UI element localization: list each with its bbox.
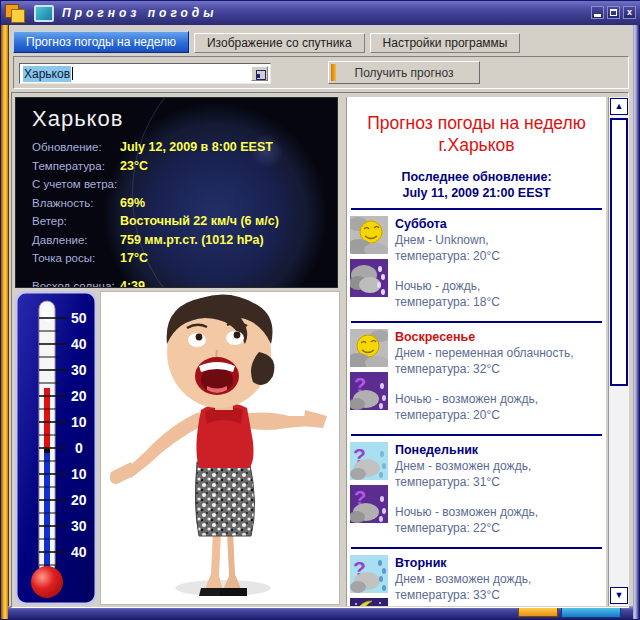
input-drop-button[interactable]: [251, 66, 268, 81]
city-input-value: Харьков: [23, 66, 71, 82]
tab-strip: Прогноз погоды на неделю Изображение со …: [13, 31, 520, 53]
current-conditions-panel: Харьков Обновление:July 12, 2009 в 8:00 …: [15, 97, 338, 288]
tab-satellite-image[interactable]: Изображение со спутника: [194, 33, 365, 53]
svg-text:20: 20: [71, 388, 87, 404]
maximize-button[interactable]: [607, 6, 620, 19]
mascot-image: [101, 292, 339, 604]
svg-text:30: 30: [71, 362, 87, 378]
text-caret: [72, 67, 73, 80]
tab-weekly-forecast[interactable]: Прогноз погоды на неделю: [13, 31, 189, 53]
svg-text:20: 20: [71, 492, 87, 508]
forecast-day-row: ? ? Понедельник Днем - воз: [347, 436, 606, 540]
day-name: Воскресенье: [395, 329, 604, 345]
forecast-day-row: ? Воскресенье Днем - переменная облачнос…: [347, 323, 606, 427]
window-border-left: [1, 25, 9, 619]
tab-program-settings[interactable]: Настройки программы: [370, 33, 521, 53]
question-cloud-rain-day-icon: ?: [350, 555, 388, 593]
monitor-icon: [34, 5, 54, 22]
svg-text:10: 10: [71, 466, 87, 482]
forecast-day-row: ? Вторник Дн: [347, 549, 606, 606]
sun-with-clouds-icon: [350, 329, 388, 367]
window-title: Прогноз погоды: [62, 6, 218, 20]
day-name: Суббота: [395, 216, 604, 232]
scrollbar-thumb[interactable]: [610, 118, 628, 386]
svg-text:50: 50: [71, 310, 87, 326]
window-border-right: [633, 25, 639, 619]
question-cloud-day-icon: ?: [350, 442, 388, 480]
mascot-area: [100, 291, 340, 605]
app-window: Прогноз погоды x Прогноз погоды на недел…: [0, 0, 640, 620]
get-forecast-button[interactable]: Получить прогноз: [328, 61, 480, 84]
svg-text:10: 10: [71, 414, 87, 430]
scroll-up-button[interactable]: ▲: [610, 98, 628, 115]
globe-graphic: [132, 97, 338, 288]
app-logo-icon: [4, 3, 30, 23]
day-name: Вторник: [395, 555, 604, 571]
query-panel: Харьков Получить прогноз: [13, 56, 629, 89]
thermometer-graphic: 50 40 30 20 10 0 10 20 30 40: [15, 291, 97, 605]
svg-text:40: 40: [71, 336, 87, 352]
svg-text:40: 40: [71, 544, 87, 560]
title-bar[interactable]: Прогноз погоды x: [1, 1, 640, 25]
sleeping-moon-icon: [350, 598, 388, 606]
question-cloud-night-icon: ?: [350, 485, 388, 523]
forecast-updated: Последнее обновление: July 11, 2009 21:0…: [347, 169, 606, 201]
question-cloud-night-icon: ?: [350, 372, 388, 410]
close-button[interactable]: x: [623, 6, 636, 19]
svg-text:0: 0: [75, 440, 83, 456]
content-area: Харьков Обновление:July 12, 2009 в 8:00 …: [11, 92, 629, 608]
forecast-scrollbar[interactable]: ▲ ▼: [608, 97, 629, 606]
forecast-day-row: Суббота Днем - Unknown, температура: 20°…: [347, 210, 606, 314]
minimize-button[interactable]: [591, 6, 604, 19]
forecast-title: Прогноз погоды на неделю г.Харьков: [347, 112, 606, 156]
svg-text:30: 30: [71, 518, 87, 534]
sun-with-clouds-icon: [350, 216, 388, 254]
scroll-down-button[interactable]: ▼: [610, 587, 628, 604]
city-input[interactable]: Харьков: [19, 63, 271, 84]
rain-cloud-icon: [350, 259, 388, 297]
day-name: Понедельник: [395, 442, 604, 458]
weekly-forecast-panel: Прогноз погоды на неделю г.Харьков После…: [346, 97, 606, 606]
